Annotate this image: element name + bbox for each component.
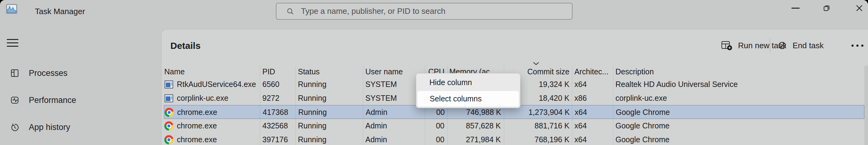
column-header-status[interactable]: Status bbox=[298, 66, 363, 77]
table-row[interactable]: chrome.exe397176RunningAdmin00271,984 K7… bbox=[164, 133, 864, 145]
cell-desc: corplink-uc.exe bbox=[615, 91, 861, 105]
cell-user: Admin bbox=[366, 105, 425, 119]
cell-user: Admin bbox=[365, 133, 425, 145]
search-input[interactable] bbox=[300, 6, 568, 16]
table-row[interactable]: chrome.exe432568RunningAdmin00857,628 K8… bbox=[164, 119, 864, 133]
close-icon bbox=[855, 4, 863, 12]
ellipsis-icon bbox=[851, 45, 854, 47]
cell-pid: 6560 bbox=[262, 77, 296, 91]
column-header-pid[interactable]: PID bbox=[262, 66, 296, 77]
cell-arch: x64 bbox=[575, 77, 613, 91]
cell-desc: Google Chrome bbox=[615, 119, 861, 133]
process-name: chrome.exe bbox=[177, 121, 217, 130]
context-menu: Hide column Select columns bbox=[416, 73, 521, 108]
column-divider bbox=[613, 66, 613, 145]
default-app-icon bbox=[164, 80, 174, 89]
cell-desc: Google Chrome bbox=[615, 133, 861, 145]
cell-status: Running bbox=[298, 77, 363, 91]
cell-cpu: 00 bbox=[426, 133, 444, 145]
performance-icon bbox=[10, 95, 20, 105]
process-name: chrome.exe bbox=[177, 108, 217, 117]
cell-arch: x64 bbox=[575, 133, 613, 145]
column-divider bbox=[363, 66, 363, 145]
toolbar-divider bbox=[770, 39, 770, 52]
navigation-menu-button[interactable] bbox=[7, 39, 19, 48]
cell-arch: x86 bbox=[575, 91, 613, 105]
cell-arch: x64 bbox=[575, 105, 613, 119]
sidebar-item-performance[interactable]: Performance bbox=[4, 90, 153, 110]
cell-pid: 417368 bbox=[263, 105, 296, 119]
end-task-label: End task bbox=[793, 41, 824, 50]
cell-cpu: 00 bbox=[426, 119, 444, 133]
minimize-icon bbox=[792, 8, 800, 8]
task-manager-window: Task Manager Processes Performance bbox=[0, 0, 868, 145]
cell-pid: 9272 bbox=[262, 91, 296, 105]
cell-desc: Google Chrome bbox=[616, 105, 861, 119]
sort-descending-icon bbox=[532, 62, 540, 66]
sidebar-item-app-history[interactable]: App history bbox=[4, 117, 153, 137]
column-header-name[interactable]: Name bbox=[164, 66, 260, 77]
sidebar-item-label: Performance bbox=[29, 96, 76, 105]
column-header-desc[interactable]: Description bbox=[615, 66, 861, 77]
cell-status: Running bbox=[298, 91, 363, 105]
cell-pid: 397176 bbox=[262, 133, 296, 145]
chrome-icon bbox=[164, 135, 174, 144]
minimize-button[interactable] bbox=[787, 0, 804, 16]
column-divider bbox=[572, 66, 572, 145]
cell-user: Admin bbox=[365, 119, 425, 133]
more-options-button[interactable] bbox=[851, 41, 863, 50]
cell-name: chrome.exe bbox=[164, 105, 261, 119]
search-icon bbox=[286, 7, 294, 15]
column-divider bbox=[296, 66, 296, 145]
sidebar-item-label: Processes bbox=[29, 69, 67, 78]
app-history-icon bbox=[10, 122, 20, 132]
cell-commit: 768,196 K bbox=[505, 133, 569, 145]
run-new-task-button[interactable]: Run new task bbox=[721, 38, 786, 53]
column-header-arch[interactable]: Architec... bbox=[575, 66, 613, 77]
sidebar-item-label: App history bbox=[29, 123, 70, 132]
page-title: Details bbox=[170, 41, 200, 51]
cell-status: Running bbox=[298, 105, 363, 119]
processes-icon bbox=[10, 68, 20, 78]
restore-button[interactable] bbox=[818, 0, 835, 16]
default-app-icon bbox=[164, 94, 174, 103]
chrome-icon bbox=[164, 121, 174, 130]
window-title: Task Manager bbox=[35, 7, 85, 16]
cell-name: corplink-uc.exe bbox=[164, 91, 260, 105]
cell-name: chrome.exe bbox=[164, 119, 260, 133]
cell-name: chrome.exe bbox=[164, 133, 260, 145]
process-name: RtkAudUService64.exe bbox=[177, 80, 256, 89]
cell-name: RtkAudUService64.exe bbox=[164, 77, 260, 91]
cell-status: Running bbox=[298, 133, 363, 145]
sidebar-item-processes[interactable]: Processes bbox=[4, 63, 153, 83]
end-task-icon bbox=[777, 41, 787, 50]
run-new-task-icon bbox=[721, 40, 733, 51]
column-divider bbox=[260, 66, 260, 145]
menu-item-hide-column[interactable]: Hide column bbox=[417, 74, 519, 91]
process-name: corplink-uc.exe bbox=[177, 94, 228, 103]
close-button[interactable] bbox=[850, 0, 868, 16]
cell-commit: 881,716 K bbox=[505, 119, 569, 133]
chrome-icon bbox=[164, 108, 174, 117]
vertical-scrollbar[interactable] bbox=[864, 66, 868, 145]
cell-pid: 432568 bbox=[262, 119, 296, 133]
cell-memory: 271,984 K bbox=[449, 133, 501, 145]
search-box[interactable] bbox=[276, 3, 572, 20]
task-manager-app-icon bbox=[6, 4, 17, 14]
end-task-button[interactable]: End task bbox=[777, 38, 824, 53]
cell-memory: 857,628 K bbox=[449, 119, 501, 133]
cell-status: Running bbox=[298, 119, 363, 133]
restore-icon bbox=[823, 4, 831, 12]
menu-item-select-columns[interactable]: Select columns bbox=[417, 91, 519, 107]
cell-desc: Realtek HD Audio Universal Service bbox=[615, 77, 861, 91]
cell-arch: x64 bbox=[575, 119, 613, 133]
process-name: chrome.exe bbox=[177, 135, 217, 144]
